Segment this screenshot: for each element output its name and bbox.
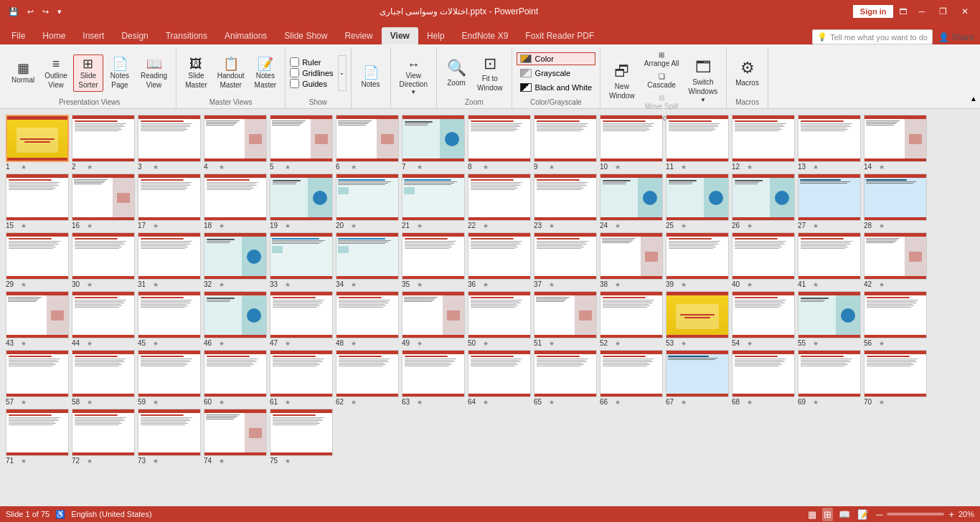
show-dialog-launcher[interactable]: ⌄ [338,55,347,91]
slide-star[interactable]: ★ [615,163,621,171]
slide-thumbnail[interactable] [864,115,927,162]
slide-thumbnail[interactable] [72,174,135,221]
reading-view-status-btn[interactable]: 📖 [837,508,852,521]
tab-file[interactable]: File [3,27,34,44]
slide-star[interactable]: ★ [351,340,357,347]
slide-item[interactable]: 62★ [336,350,399,406]
slide-star[interactable]: ★ [483,340,489,347]
slide-thumbnail[interactable] [732,232,795,280]
normal-view-status-btn[interactable]: ▦ [806,508,818,521]
slide-item[interactable]: 70★ [864,350,927,406]
slide-star[interactable]: ★ [417,163,423,171]
slide-thumbnail[interactable] [138,115,201,162]
slide-thumbnail[interactable] [666,350,729,397]
slide-thumbnail[interactable] [204,350,267,397]
gridlines-input[interactable] [290,68,299,77]
slide-item[interactable]: 51★ [534,291,597,347]
ruler-checkbox[interactable]: Ruler [290,57,333,67]
slide-item[interactable]: 55★ [798,291,861,347]
slide-item[interactable]: 21★ [402,174,465,229]
handout-master-button[interactable]: 📋 Handout Master [213,54,249,92]
slide-thumbnail[interactable] [798,350,861,397]
redo-button[interactable]: ↪ [39,6,52,18]
slide-item[interactable]: 36★ [468,232,531,288]
slide-star[interactable]: ★ [21,163,27,171]
slide-star[interactable]: ★ [549,163,555,171]
slide-star[interactable]: ★ [681,340,687,347]
slide-thumbnail[interactable] [864,350,927,397]
macros-button[interactable]: ⚙ Macros [731,56,763,90]
slide-thumbnail[interactable] [270,232,333,280]
slide-thumbnail[interactable] [336,115,399,162]
slide-item[interactable]: 38★ [600,232,663,288]
slide-star[interactable]: ★ [747,399,753,406]
slide-thumbnail[interactable] [270,409,333,456]
slide-thumbnail[interactable] [270,174,333,221]
tab-slideshow[interactable]: Slide Show [275,27,336,44]
fit-to-window-button[interactable]: ⊡ Fit to Window [473,52,507,95]
slide-star[interactable]: ★ [153,340,159,347]
slide-thumbnail[interactable] [6,115,69,162]
slide-star[interactable]: ★ [879,340,885,347]
slide-item[interactable]: 31★ [138,232,201,288]
slide-star[interactable]: ★ [285,340,291,347]
slide-star[interactable]: ★ [879,399,885,406]
slide-thumbnail[interactable] [72,291,135,338]
slide-item[interactable]: 71★ [6,409,69,465]
slide-thumbnail[interactable] [468,232,531,280]
slide-star[interactable]: ★ [681,163,687,171]
tab-review[interactable]: Review [336,27,381,44]
slide-star[interactable]: ★ [219,457,225,465]
slide-sorter-button[interactable]: ⊞ Slide Sorter [73,54,103,92]
accessibility-icon[interactable]: ♿ [55,510,65,519]
slide-star[interactable]: ★ [21,222,27,229]
slide-thumbnail[interactable] [204,115,267,162]
slide-thumbnail[interactable] [336,174,399,221]
tell-me-input[interactable]: 💡 Tell me what you want to do [812,29,933,44]
slide-item[interactable]: 3★ [138,115,201,171]
gridlines-checkbox[interactable]: Gridlines [290,68,333,77]
slide-item[interactable]: 10★ [600,115,663,171]
slide-star[interactable]: ★ [417,222,423,229]
normal-view-button[interactable]: ▦ Normal [7,59,39,87]
slide-star[interactable]: ★ [549,222,555,229]
slide-item[interactable]: 43★ [6,291,69,347]
tab-insert[interactable]: Insert [74,27,113,44]
zoom-slider[interactable] [887,513,944,516]
slide-thumbnail[interactable] [6,291,69,338]
slide-thumbnail[interactable] [534,232,597,280]
slide-thumbnail[interactable] [798,174,861,221]
slide-item[interactable]: 29★ [6,232,69,288]
slide-item[interactable]: 58★ [72,350,135,406]
slide-star[interactable]: ★ [681,222,687,229]
slide-star[interactable]: ★ [153,222,159,229]
guides-input[interactable] [290,79,299,88]
slide-star[interactable]: ★ [417,340,423,347]
slide-thumbnail[interactable] [402,232,465,280]
slide-item[interactable]: 73★ [138,409,201,465]
notes-button[interactable]: 📄 Notes [356,63,386,91]
slide-thumbnail[interactable] [798,115,861,162]
slide-thumbnail[interactable] [6,350,69,397]
slide-star[interactable]: ★ [285,399,291,406]
slide-sorter-status-btn[interactable]: ⊞ [822,508,833,521]
slide-star[interactable]: ★ [285,457,291,465]
slide-star[interactable]: ★ [87,399,93,406]
slide-item[interactable]: 63★ [402,350,465,406]
slide-star[interactable]: ★ [153,163,159,171]
slide-item[interactable]: 69★ [798,350,861,406]
slide-item[interactable]: 4★ [204,115,267,171]
slide-star[interactable]: ★ [615,222,621,229]
slide-item[interactable]: 7★ [402,115,465,171]
new-window-button[interactable]: 🗗 New Window [605,60,639,103]
slide-thumbnail[interactable] [468,350,531,397]
slide-thumbnail[interactable] [138,232,201,280]
slide-thumbnail[interactable] [204,291,267,338]
slide-thumbnail[interactable] [270,291,333,338]
cascade-button[interactable]: ❏ Cascade [641,70,683,91]
slide-item[interactable]: 11★ [666,115,729,171]
guides-checkbox[interactable]: Guides [290,79,333,88]
slide-star[interactable]: ★ [87,340,93,347]
switch-windows-button[interactable]: 🗔 Switch Windows ▼ [684,55,722,106]
slide-star[interactable]: ★ [747,163,753,171]
